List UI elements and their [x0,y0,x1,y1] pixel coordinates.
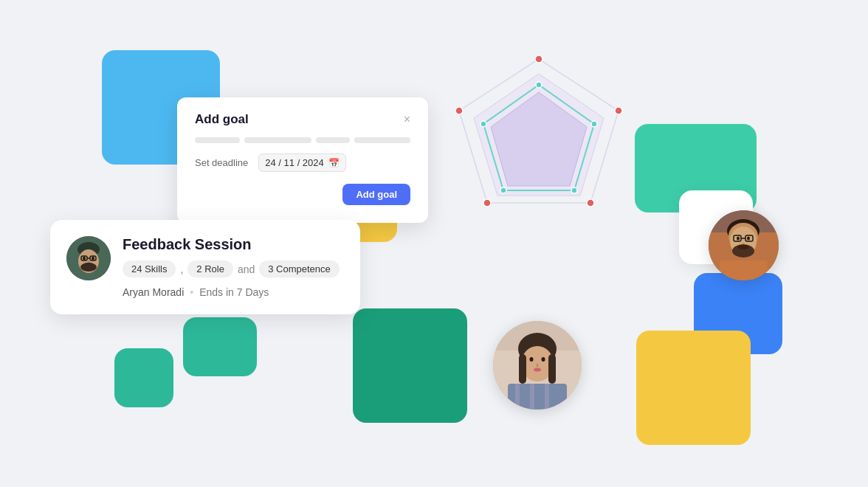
avatar-male-right [709,210,779,280]
svg-point-9 [536,82,542,88]
svg-rect-37 [519,354,526,384]
deadline-value: 24 / 11 / 2024 [265,157,324,168]
feedback-card: Feedback Session 24 Skills , 2 Role and … [50,220,360,314]
svg-point-30 [542,357,545,362]
tags-row: 24 Skills , 2 Role and 3 Competence [123,260,340,277]
add-goal-header: Add goal × [195,112,410,127]
feedback-title: Feedback Session [123,236,340,253]
placeholder-bar [244,137,311,143]
avatar [66,236,111,280]
svg-point-7 [483,199,491,207]
dot-separator: • [190,286,193,298]
svg-point-29 [530,357,534,362]
svg-point-51 [737,245,749,249]
radar-chart [435,44,642,251]
svg-point-11 [571,187,577,193]
svg-point-21 [84,263,93,266]
svg-rect-34 [515,384,520,410]
svg-point-13 [480,121,486,127]
avatar-female [493,321,582,410]
svg-point-17 [83,257,86,260]
deadline-text: Ends in 7 Days [199,286,269,298]
and-text: and [238,263,255,275]
add-goal-button[interactable]: Add goal [342,184,410,205]
add-goal-title: Add goal [195,112,249,127]
svg-point-6 [587,199,594,207]
deadline-row: Set deadline 24 / 11 / 2024 📅 [195,153,410,172]
svg-rect-38 [548,354,556,384]
calendar-icon: 📅 [328,158,340,168]
role-tag: 2 Role [187,260,233,277]
input-placeholders [195,137,410,143]
close-button[interactable]: × [404,114,410,125]
placeholder-bar [195,137,240,143]
svg-point-8 [455,107,463,114]
competence-tag: 3 Competence [259,260,340,277]
meta-row: Aryan Moradi • Ends in 7 Days [123,286,340,298]
svg-point-10 [591,121,597,127]
block-green-small [114,348,173,407]
svg-rect-36 [545,384,549,410]
add-goal-card: Add goal × Set deadline 24 / 11 / 2024 📅… [177,97,428,223]
svg-point-4 [535,55,542,63]
block-green-large [353,308,467,423]
deadline-label: Set deadline [195,157,248,168]
svg-point-5 [615,107,622,114]
placeholder-bar [316,137,350,143]
svg-rect-35 [530,384,534,410]
svg-point-44 [737,237,740,241]
block-yellow-right [636,331,751,445]
author-name: Aryan Moradi [123,286,184,298]
svg-point-45 [747,237,750,241]
add-goal-footer: Add goal [195,184,410,205]
deadline-input[interactable]: 24 / 11 / 2024 📅 [258,153,346,172]
svg-point-31 [536,364,539,367]
separator: , [180,263,183,275]
svg-point-12 [500,187,506,193]
block-teal-small [183,317,257,376]
feedback-content: Feedback Session 24 Skills , 2 Role and … [123,236,340,298]
svg-point-32 [534,368,541,372]
svg-point-18 [92,257,94,260]
main-canvas: Add goal × Set deadline 24 / 11 / 2024 📅… [0,0,868,487]
skills-tag: 24 Skills [123,260,176,277]
placeholder-bar [354,137,410,143]
